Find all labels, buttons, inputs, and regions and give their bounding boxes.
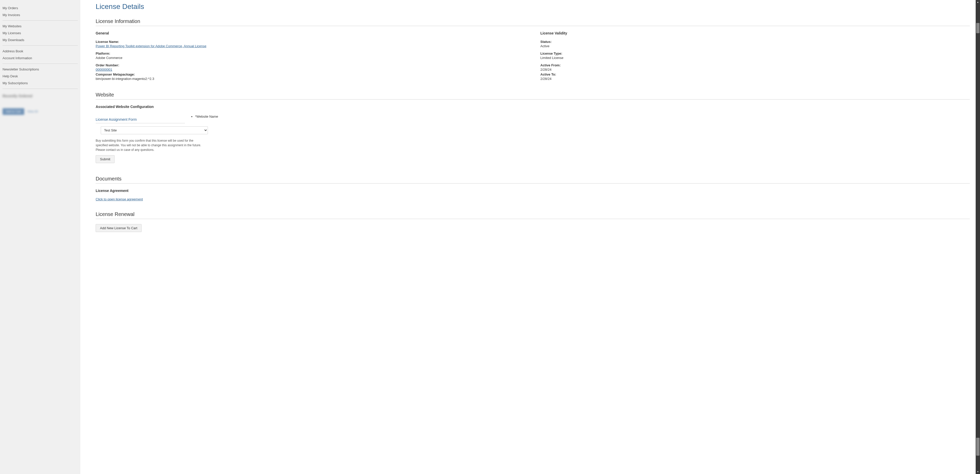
platform-label: Platform: <box>95 51 525 55</box>
add-to-cart-button[interactable]: Add to Cart <box>3 108 24 115</box>
view-all-link[interactable]: View All <box>27 110 38 113</box>
sidebar-item-newsletter-subscriptions[interactable]: Newsletter Subscriptions <box>3 66 78 73</box>
page-title: License Details <box>95 3 970 11</box>
website-name-text: Website Name <box>196 115 218 118</box>
status-label: Status: <box>541 40 970 44</box>
sidebar-recently-ordered: Recently Ordered Add to Cart View All <box>0 89 80 120</box>
scroll-thumb-top[interactable] <box>976 23 980 33</box>
license-name-label: License Name: <box>95 40 525 44</box>
active-from-value: 2/28/24 <box>541 68 970 72</box>
website-name-label: *Website Name <box>195 113 218 119</box>
license-info-columns: General License Name: Power BI Reporting… <box>95 31 970 84</box>
order-number-label: Order Number: <box>95 63 525 67</box>
sidebar-item-help-desk[interactable]: Help Desk <box>3 73 78 80</box>
sidebar: My Orders My Invoices My Websites My Lic… <box>0 0 80 474</box>
validity-column: License Validity Status: Active License … <box>541 31 970 84</box>
sidebar-item-my-orders[interactable]: My Orders <box>3 5 78 11</box>
sidebar-item-my-invoices[interactable]: My Invoices <box>3 11 78 18</box>
active-to-value: 2/28/24 <box>541 77 970 81</box>
associated-website-heading: Associated Website Configuration <box>95 105 970 109</box>
add-new-license-to-cart-button[interactable]: Add New License To Cart <box>95 224 142 232</box>
sidebar-item-my-downloads[interactable]: My Downloads <box>3 37 78 43</box>
license-renewal-section-title: License Renewal <box>95 211 970 219</box>
license-name-link[interactable]: Power BI Reporting Toolkit extension for… <box>95 44 525 48</box>
general-column: General License Name: Power BI Reporting… <box>95 31 525 84</box>
active-from-label: Active From: <box>541 63 970 67</box>
active-to-label: Active To: <box>541 72 970 76</box>
composer-label: Composer Metapackage: <box>95 72 525 76</box>
license-agreement-heading: License Agreement <box>95 188 970 193</box>
platform-value: Adobe Commerce <box>95 56 525 60</box>
sidebar-item-my-licenses[interactable]: My Licenses <box>3 30 78 37</box>
sidebar-group-assets: My Websites My Licenses My Downloads <box>3 21 78 46</box>
vertical-scrollbar[interactable]: ▲ ▼ <box>976 0 980 474</box>
scroll-down-icon[interactable]: ▼ <box>976 470 980 474</box>
scroll-track[interactable] <box>976 4 980 470</box>
composer-value: bim/power-bi-integration-magento2:^2.3 <box>95 77 525 81</box>
submit-button[interactable]: Submit <box>95 155 115 163</box>
license-info-section-title: License Information <box>95 18 970 26</box>
sidebar-group-orders: My Orders My Invoices <box>3 3 78 21</box>
sidebar-item-account-information[interactable]: Account Information <box>3 54 78 62</box>
order-number-link[interactable]: 000000001 <box>95 68 525 72</box>
scroll-up-icon[interactable]: ▲ <box>976 0 980 4</box>
scroll-thumb-bottom[interactable] <box>976 438 980 456</box>
general-heading: General <box>95 31 525 35</box>
license-type-label: License Type: <box>541 51 970 55</box>
license-assignment-form-title: License Assignment Form <box>95 117 185 123</box>
sidebar-group-other: Newsletter Subscriptions Help Desk My Su… <box>3 64 78 89</box>
form-disclaimer: Buy submitting this form you confirm tha… <box>95 138 203 152</box>
status-value: Active <box>541 44 970 48</box>
website-name-select[interactable]: Test Site <box>101 126 208 134</box>
website-section-title: Website <box>95 92 970 99</box>
sidebar-group-account: Address Book Account Information <box>3 46 78 64</box>
sidebar-item-my-websites[interactable]: My Websites <box>3 23 78 30</box>
documents-section-title: Documents <box>95 176 970 184</box>
sidebar-item-my-subscriptions[interactable]: My Subscriptions <box>3 80 78 86</box>
recently-ordered-heading: Recently Ordered <box>3 94 78 98</box>
license-agreement-link[interactable]: Click to open license agreement <box>95 197 970 201</box>
license-type-value: Limited License <box>541 56 970 60</box>
sidebar-item-address-book[interactable]: Address Book <box>3 48 78 54</box>
validity-heading: License Validity <box>541 31 970 35</box>
main-content: License Details License Information Gene… <box>80 0 980 474</box>
